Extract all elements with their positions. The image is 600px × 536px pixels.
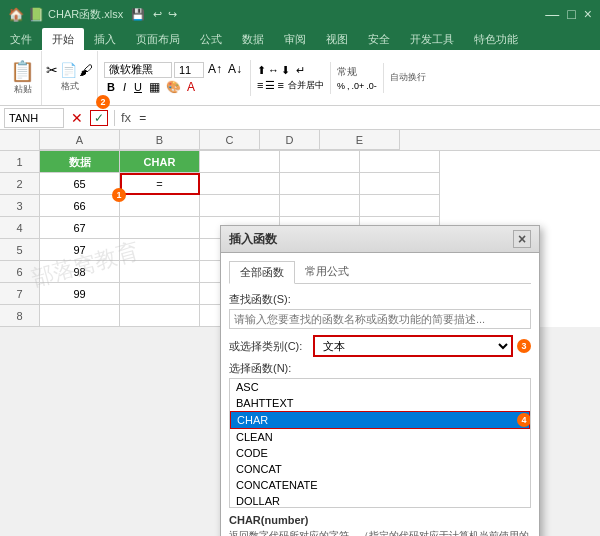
font-shrink-icon[interactable]: A↓ <box>226 62 244 78</box>
align-center-icon[interactable]: ☰ <box>265 79 275 92</box>
paste-label: 粘贴 <box>14 83 32 96</box>
tab-dev[interactable]: 开发工具 <box>400 28 464 50</box>
step4-badge: 4 <box>517 413 531 427</box>
decimal-dec-icon[interactable]: .0- <box>366 81 377 91</box>
cell-b7[interactable] <box>120 283 200 305</box>
border-icon[interactable]: ▦ <box>147 80 162 94</box>
font-name-input[interactable] <box>104 62 172 78</box>
save-icon: 💾 <box>131 8 145 21</box>
bold-button[interactable]: B <box>104 80 118 94</box>
formula-equals: = <box>135 111 150 125</box>
underline-button[interactable]: U <box>131 80 145 94</box>
wrap-icon[interactable]: ↵ <box>296 64 305 77</box>
tab-home[interactable]: 开始 <box>42 28 84 50</box>
name-box[interactable] <box>4 108 64 128</box>
func-list-label: 选择函数(N): <box>229 361 531 376</box>
insert-function-icon[interactable]: fx <box>121 110 131 126</box>
tab-file[interactable]: 文件 <box>0 28 42 50</box>
insert-function-dialog[interactable]: 插入函数 × 全部函数 常用公式 查找函数(S): 或选择类别(C): 文本 3… <box>220 225 540 536</box>
cell-a3[interactable]: 66 <box>40 195 120 217</box>
category-select[interactable]: 文本 <box>313 335 513 357</box>
cell-e1[interactable] <box>360 151 440 173</box>
font-color-icon[interactable]: A <box>185 80 197 94</box>
cell-a7[interactable]: 99 <box>40 283 120 305</box>
merge-icon[interactable]: 合并居中 <box>288 79 324 92</box>
formula-bar: ✕ ✓ 2 fx = <box>0 106 600 130</box>
cell-b1[interactable]: CHAR <box>120 151 200 173</box>
cell-c1[interactable] <box>200 151 280 173</box>
cell-e2[interactable] <box>360 173 440 195</box>
cancel-formula-icon[interactable]: ✕ <box>68 110 86 126</box>
cell-c3[interactable] <box>200 195 280 217</box>
cell-a1[interactable]: 数据 <box>40 151 120 173</box>
close-btn[interactable]: × <box>584 6 592 22</box>
comma-icon[interactable]: , <box>347 81 350 91</box>
cell-b8[interactable] <box>120 305 200 327</box>
align-middle-icon[interactable]: ↔ <box>268 64 279 77</box>
percent-icon[interactable]: % <box>337 81 345 91</box>
func-item-asc[interactable]: ASC <box>230 379 530 395</box>
cell-a6[interactable]: 98 <box>40 261 120 283</box>
cell-b5[interactable] <box>120 239 200 261</box>
func-item-bahttext[interactable]: BAHTTEXT <box>230 395 530 411</box>
func-item-concatenate[interactable]: CONCATENATE <box>230 477 530 493</box>
cell-e3[interactable] <box>360 195 440 217</box>
maximize-btn[interactable]: □ <box>567 6 575 22</box>
decimal-inc-icon[interactable]: .0+ <box>351 81 364 91</box>
tab-formula[interactable]: 公式 <box>190 28 232 50</box>
tab-insert[interactable]: 插入 <box>84 28 126 50</box>
row-header-8: 8 <box>0 305 40 327</box>
align-right-icon[interactable]: ≡ <box>277 79 283 92</box>
cell-d1[interactable] <box>280 151 360 173</box>
align-group: ⬆ ↔ ⬇ ↵ ≡ ☰ ≡ 合并居中 <box>251 62 331 94</box>
tab-view[interactable]: 视图 <box>316 28 358 50</box>
dialog-tab-all[interactable]: 全部函数 <box>229 261 295 284</box>
align-top-icon[interactable]: ⬆ <box>257 64 266 77</box>
grid-row-1: 1 数据 CHAR <box>0 151 600 173</box>
cell-b4[interactable] <box>120 217 200 239</box>
format-paint-icon[interactable]: 🖌 <box>79 62 93 78</box>
function-search-input[interactable] <box>229 309 531 329</box>
redo-icon[interactable]: ↪ <box>168 8 177 21</box>
home-icon[interactable]: 🏠 <box>8 7 24 22</box>
tab-security[interactable]: 安全 <box>358 28 400 50</box>
font-size-input[interactable] <box>174 62 204 78</box>
row-header-7: 7 <box>0 283 40 305</box>
cell-a4[interactable]: 67 <box>40 217 120 239</box>
tab-special[interactable]: 特色功能 <box>464 28 528 50</box>
file-icon: 📗 <box>28 7 44 22</box>
undo-icon[interactable]: ↩ <box>153 8 162 21</box>
func-item-clean[interactable]: CLEAN <box>230 429 530 445</box>
italic-button[interactable]: I <box>120 80 129 94</box>
dialog-close-button[interactable]: × <box>513 230 531 248</box>
fill-color-icon[interactable]: 🎨 <box>164 80 183 94</box>
align-left-icon[interactable]: ≡ <box>257 79 263 92</box>
cell-d2[interactable] <box>280 173 360 195</box>
func-item-dollar[interactable]: DOLLAR <box>230 493 530 508</box>
cell-b2[interactable]: = 1 <box>120 173 200 195</box>
func-item-char[interactable]: CHAR 4 <box>230 411 530 429</box>
paste-icon[interactable]: 📋 <box>10 59 35 83</box>
tab-page-layout[interactable]: 页面布局 <box>126 28 190 50</box>
minimize-btn[interactable]: — <box>545 6 559 22</box>
window-controls[interactable]: — □ × <box>545 6 592 22</box>
tab-review[interactable]: 审阅 <box>274 28 316 50</box>
cut-icon[interactable]: ✂ <box>46 62 58 78</box>
row-header-6: 6 <box>0 261 40 283</box>
tab-data[interactable]: 数据 <box>232 28 274 50</box>
formula-input[interactable] <box>150 112 596 124</box>
align-bottom-icon[interactable]: ⬇ <box>281 64 290 77</box>
cell-b6[interactable] <box>120 261 200 283</box>
func-item-concat[interactable]: CONCAT <box>230 461 530 477</box>
dialog-tab-common[interactable]: 常用公式 <box>295 261 359 283</box>
cell-a2[interactable]: 65 <box>40 173 120 195</box>
font-grow-icon[interactable]: A↑ <box>206 62 224 78</box>
cell-b3[interactable] <box>120 195 200 217</box>
func-item-code[interactable]: CODE <box>230 445 530 461</box>
cell-a5[interactable]: 97 <box>40 239 120 261</box>
copy-icon[interactable]: 📄 <box>60 62 77 78</box>
auto-sum-label[interactable]: 自动换行 <box>390 71 426 84</box>
cell-d3[interactable] <box>280 195 360 217</box>
cell-a8[interactable] <box>40 305 120 327</box>
cell-c2[interactable] <box>200 173 280 195</box>
